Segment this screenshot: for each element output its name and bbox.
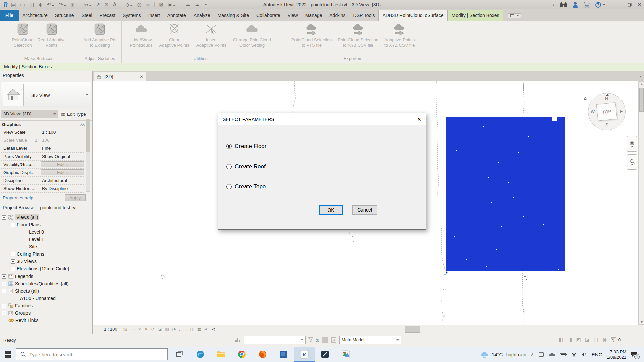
zoom-button[interactable] [627,154,637,170]
steering-wheel-button[interactable]: ◉ [627,136,637,152]
ok-button[interactable]: OK [319,205,343,215]
properties-help-link[interactable]: Properties help [3,195,33,200]
tab-steel[interactable]: Steel [78,10,96,21]
tab-structure[interactable]: Structure [51,10,78,21]
editing-requests-icon[interactable] [308,337,313,343]
design-options-combo[interactable]: Main Model [339,336,401,344]
tree-item-elevations[interactable]: +Elevations (12mm Circle) [0,265,92,273]
close-hidden-windows-icon[interactable]: ⊠ [159,2,163,7]
cloud-share-icon[interactable]: ☁ [185,2,190,7]
tab-manage[interactable]: Manage [302,10,326,21]
tab-analyze[interactable]: Analyze [190,10,214,21]
store-cart-icon[interactable] [583,2,590,8]
select-by-face-toggle-icon[interactable]: ◪ [585,337,590,343]
cancel-button[interactable]: Cancel [352,205,377,215]
property-value[interactable]: Architectural [40,177,85,184]
text-icon[interactable]: A [113,2,116,7]
property-row-visibility-graphics[interactable]: Visibility/Grap...Edit... [0,161,85,169]
view-tab-list-icon[interactable] [639,76,642,77]
analytical-model-icon[interactable]: ◫ [190,327,194,332]
radio-create-topo[interactable] [226,184,232,189]
view-scale-control[interactable]: 1 : 100 [104,327,117,332]
pointcloud-selection-button[interactable]: PointCloud Selection [10,22,36,49]
task-view-button[interactable] [169,347,190,362]
show-crop-icon[interactable]: ▥ [165,327,169,332]
tab-dsp-tools[interactable]: DSP Tools [350,10,379,21]
worksets-combo[interactable] [244,336,306,344]
viewcube[interactable]: N W S E TOP ⌂ [588,93,626,130]
print-icon[interactable]: ⊞ [71,2,75,7]
viewcube-north[interactable]: N [605,96,608,101]
wifi-icon[interactable] [571,352,577,357]
select-links-toggle-icon[interactable]: ◧ [558,337,563,343]
dark-app-button[interactable] [315,347,335,362]
clear-adaptive-points-button[interactable]: Clear Adaptive Points [157,22,191,49]
default-3d-view-button[interactable]: ◇ [125,2,133,7]
firefox-app-button[interactable] [252,347,273,362]
view-instance-combo[interactable]: 3D View: {3D} [1,110,58,118]
tab-insert[interactable]: Insert [145,10,164,21]
close-button[interactable]: ✕ [637,2,641,8]
tree-item-a100-unnamed[interactable]: A100 - Unnamed [0,295,92,302]
tree-item-level-1[interactable]: Level 1 [0,236,92,243]
hide-show-pointclouds-button[interactable]: Hide/Show Pointclouds [128,22,154,49]
viewport-3d[interactable]: N W S E TOP ⌂ ◉ [93,81,644,325]
detail-level-icon[interactable]: ▨ [123,327,127,332]
export-pts-button[interactable]: PointCloud Selection to PTS file [289,22,334,49]
viewcube-west[interactable]: W [591,109,595,114]
sync-icon[interactable]: ◈ [39,2,43,7]
edge-app-button[interactable] [190,347,211,362]
tree-item-schedules[interactable]: +Schedules/Quantities (all) [0,280,92,287]
view-tab-3d[interactable]: {3D} ✕ [94,72,146,81]
property-value[interactable]: Show Original [40,153,85,160]
viewcube-home-icon[interactable]: ⌂ [584,96,587,101]
thin-lines-icon[interactable]: ≡ [146,2,150,7]
viewcube-south[interactable]: S [605,122,608,127]
collapse-section-icon[interactable]: ∧∧ [80,121,84,128]
edit-button[interactable]: Edit... [41,161,84,167]
viewcube-east[interactable]: E [620,109,623,114]
radio-create-floor[interactable] [226,144,232,149]
option-create-floor[interactable]: Create Floor [226,143,266,150]
tab-collaborate[interactable]: Collaborate [253,10,284,21]
chrome-app-button[interactable] [231,347,252,362]
taskbar-search[interactable]: Type here to search [16,348,168,360]
open-file-icon[interactable]: ▭ [20,2,25,7]
tab-massing-site[interactable]: Massing & Site [214,10,253,21]
property-value[interactable]: 1 : 100 [40,128,85,136]
tree-item-families[interactable]: +Families [0,302,92,309]
switch-windows-button[interactable]: ▣ [168,2,176,7]
qat-customize-icon[interactable] [204,4,207,5]
taskbar-clock[interactable]: 7:33 PM 1/08/2021 [607,349,626,360]
tab-precast[interactable]: Precast [96,10,119,21]
tree-item-ceiling-plans[interactable]: +Ceiling Plans [0,250,92,258]
edit-type-button[interactable]: ▦Edit Type [58,110,91,118]
properties-header[interactable]: Properties [0,71,92,80]
view-tab-close-icon[interactable]: ✕ [140,74,143,79]
property-row-show-hidden[interactable]: Show Hidden ...By Discipline [0,185,85,193]
property-row-scale-value[interactable]: Scale Value1:100 [0,136,85,144]
section-graphics[interactable]: Graphics∧∧ [0,120,92,128]
tree-item-revit-links[interactable]: Revit Links [0,317,92,324]
sun-path-icon[interactable]: ✕ [138,327,141,332]
vertical-scroll-thumb[interactable] [639,88,644,112]
option-create-roof[interactable]: Create Roof [226,163,266,170]
revit-app-button[interactable]: R [294,347,315,362]
weather-widget[interactable]: 14°C Light rain [480,351,526,358]
displacement-icon[interactable]: ◰ [204,327,208,332]
project-browser-header[interactable]: Project Browser - pointcloud test.rvt [0,203,92,213]
revit-logo-icon[interactable]: R [3,1,8,9]
tree-item-floor-plans[interactable]: −Floor Plans [0,221,92,228]
tree-item-3d-views[interactable]: +3D Views [0,258,92,265]
tab-annotate[interactable]: Annotate [164,10,190,21]
read-adaptive-points-button[interactable]: Read Adaptive Points [36,22,68,49]
scroll-left-icon[interactable]: < [211,327,215,332]
tablet-mode-icon[interactable] [538,352,544,357]
tab-add-ins[interactable]: Add-Ins [326,10,349,21]
temporary-hide-isolate-icon[interactable]: ◔ [172,327,176,332]
tab-modify-section-boxes[interactable]: Modify | Section Boxes [448,10,503,21]
dialog-titlebar[interactable]: SELECT PARAMETERS ✕ [218,113,426,125]
render-icon[interactable]: ↺ [151,327,155,332]
constraints-icon[interactable]: ▦ [197,327,201,332]
tag-icon[interactable]: ⊙ [104,2,109,7]
